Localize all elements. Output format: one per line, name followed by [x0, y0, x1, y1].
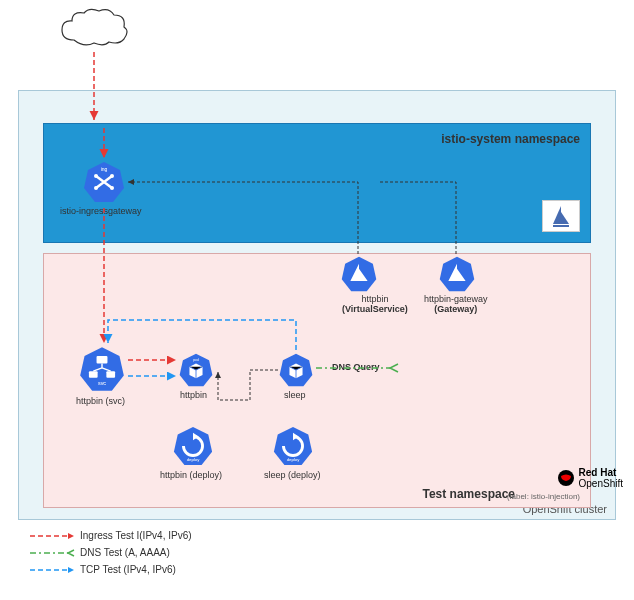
- legend-ingress: Ingress Test I(IPv4, IPv6): [30, 530, 192, 541]
- ingressgateway-icon: ing: [82, 160, 126, 204]
- svg-text:ing: ing: [101, 166, 108, 172]
- httpbin-pod-icon: pod: [178, 352, 214, 388]
- istio-ns-label: istio-system namespace: [441, 132, 580, 146]
- httpbin-gw-label: httpbin-gateway(Gateway): [424, 294, 488, 314]
- svg-rect-10: [106, 371, 115, 378]
- redhat-logo: Red HatOpenShift: [557, 467, 623, 489]
- httpbin-deploy-label: httpbin (deploy): [160, 470, 222, 480]
- httpbin-vs-label: httpbin(VirtualService): [342, 294, 408, 314]
- svg-text:svc: svc: [98, 380, 106, 386]
- httpbin-svc-icon: svc: [78, 345, 126, 393]
- ingressgw-label: istio-ingressgateway: [60, 206, 142, 216]
- legend-dns: DNS Test (A, AAAA): [30, 547, 192, 558]
- httpbin-svc-label: httpbin (svc): [76, 396, 125, 406]
- svg-text:deploy: deploy: [187, 457, 200, 462]
- svg-point-6: [110, 186, 114, 190]
- dns-query-label: DNS Query: [332, 362, 380, 372]
- httpbin-pod-label: httpbin: [180, 390, 207, 400]
- sleep-deploy-icon: deploy: [272, 425, 314, 467]
- test-ns-label: Test namespace: [423, 487, 516, 501]
- openshift-cluster: OpenShift cluster istio-system namespace…: [18, 90, 616, 520]
- svg-rect-0: [553, 225, 569, 227]
- brand-line2: OpenShift: [579, 478, 623, 489]
- cloud-icon: [54, 5, 134, 55]
- svg-point-3: [94, 174, 98, 178]
- svg-point-4: [110, 174, 114, 178]
- legend: Ingress Test I(IPv4, IPv6) DNS Test (A, …: [30, 530, 192, 581]
- brand-line1: Red Hat: [579, 467, 623, 478]
- svg-point-5: [94, 186, 98, 190]
- istio-logo: [542, 200, 580, 232]
- svg-rect-9: [89, 371, 98, 378]
- httpbin-deploy-icon: deploy: [172, 425, 214, 467]
- sleep-deploy-label: sleep (deploy): [264, 470, 321, 480]
- svg-rect-8: [97, 356, 108, 364]
- sleep-pod-icon: [278, 352, 314, 388]
- httpbin-vs-icon: [340, 255, 378, 293]
- svg-text:pod: pod: [193, 358, 199, 362]
- sleep-pod-label: sleep: [284, 390, 306, 400]
- svg-text:deploy: deploy: [287, 457, 300, 462]
- test-ns-sublabel: (label: istio-injection): [507, 492, 580, 501]
- legend-tcp: TCP Test (IPv4, IPv6): [30, 564, 192, 575]
- httpbin-gw-icon: [438, 255, 476, 293]
